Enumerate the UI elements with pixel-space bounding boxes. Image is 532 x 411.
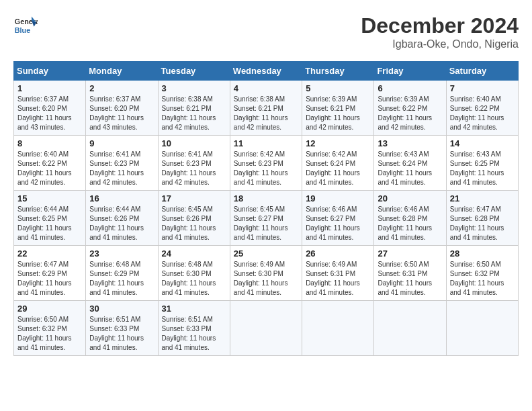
calendar-cell: 15Sunrise: 6:44 AM Sunset: 6:25 PM Dayli… xyxy=(14,191,86,246)
day-number: 18 xyxy=(234,193,298,203)
day-number: 12 xyxy=(306,138,370,148)
day-info: Sunrise: 6:38 AM Sunset: 6:21 PM Dayligh… xyxy=(162,95,226,132)
day-number: 3 xyxy=(162,83,226,93)
calendar-cell: 16Sunrise: 6:44 AM Sunset: 6:26 PM Dayli… xyxy=(86,191,158,246)
weekday-header-monday: Monday xyxy=(86,62,158,81)
day-info: Sunrise: 6:38 AM Sunset: 6:21 PM Dayligh… xyxy=(234,95,298,132)
day-number: 13 xyxy=(378,138,442,148)
day-info: Sunrise: 6:46 AM Sunset: 6:27 PM Dayligh… xyxy=(306,205,370,242)
calendar-cell: 8Sunrise: 6:40 AM Sunset: 6:22 PM Daylig… xyxy=(14,136,86,191)
calendar-table: SundayMondayTuesdayWednesdayThursdayFrid… xyxy=(13,61,519,356)
day-number: 19 xyxy=(306,193,370,203)
calendar-cell: 24Sunrise: 6:48 AM Sunset: 6:30 PM Dayli… xyxy=(158,246,230,301)
calendar-cell: 23Sunrise: 6:48 AM Sunset: 6:29 PM Dayli… xyxy=(86,246,158,301)
day-info: Sunrise: 6:45 AM Sunset: 6:27 PM Dayligh… xyxy=(234,205,298,242)
day-number: 2 xyxy=(89,83,154,93)
calendar-cell: 20Sunrise: 6:46 AM Sunset: 6:28 PM Dayli… xyxy=(374,191,446,246)
day-number: 24 xyxy=(162,248,226,259)
calendar-cell: 3Sunrise: 6:38 AM Sunset: 6:21 PM Daylig… xyxy=(158,81,230,136)
day-info: Sunrise: 6:48 AM Sunset: 6:29 PM Dayligh… xyxy=(89,260,154,298)
day-info: Sunrise: 6:39 AM Sunset: 6:21 PM Dayligh… xyxy=(306,95,370,132)
weekday-header-saturday: Saturday xyxy=(446,62,518,81)
weekday-header-friday: Friday xyxy=(374,62,446,81)
day-info: Sunrise: 6:39 AM Sunset: 6:22 PM Dayligh… xyxy=(378,95,442,132)
calendar-cell xyxy=(230,301,302,356)
calendar-cell: 30Sunrise: 6:51 AM Sunset: 6:33 PM Dayli… xyxy=(86,301,158,356)
day-number: 14 xyxy=(450,138,515,148)
day-number: 27 xyxy=(378,248,442,259)
calendar-cell: 9Sunrise: 6:41 AM Sunset: 6:23 PM Daylig… xyxy=(86,136,158,191)
day-info: Sunrise: 6:40 AM Sunset: 6:22 PM Dayligh… xyxy=(17,150,82,187)
day-number: 28 xyxy=(450,248,515,259)
calendar-cell: 18Sunrise: 6:45 AM Sunset: 6:27 PM Dayli… xyxy=(230,191,302,246)
day-number: 16 xyxy=(89,193,154,203)
day-number: 6 xyxy=(378,83,442,93)
day-info: Sunrise: 6:42 AM Sunset: 6:24 PM Dayligh… xyxy=(306,150,370,187)
day-number: 23 xyxy=(89,248,154,259)
title-block: December 2024 Igbara-Oke, Ondo, Nigeria xyxy=(361,13,519,50)
calendar-cell: 4Sunrise: 6:38 AM Sunset: 6:21 PM Daylig… xyxy=(230,81,302,136)
day-number: 5 xyxy=(306,83,370,93)
calendar-cell xyxy=(302,301,374,356)
calendar-cell: 26Sunrise: 6:49 AM Sunset: 6:31 PM Dayli… xyxy=(302,246,374,301)
day-number: 25 xyxy=(234,248,298,259)
day-number: 1 xyxy=(17,83,82,93)
calendar-cell: 28Sunrise: 6:50 AM Sunset: 6:32 PM Dayli… xyxy=(446,246,518,301)
calendar-cell: 5Sunrise: 6:39 AM Sunset: 6:21 PM Daylig… xyxy=(302,81,374,136)
day-number: 15 xyxy=(17,193,82,203)
day-number: 26 xyxy=(306,248,370,259)
day-info: Sunrise: 6:45 AM Sunset: 6:26 PM Dayligh… xyxy=(162,205,226,242)
calendar-cell: 12Sunrise: 6:42 AM Sunset: 6:24 PM Dayli… xyxy=(302,136,374,191)
calendar-cell: 29Sunrise: 6:50 AM Sunset: 6:32 PM Dayli… xyxy=(14,301,86,356)
day-info: Sunrise: 6:44 AM Sunset: 6:25 PM Dayligh… xyxy=(17,205,82,242)
day-info: Sunrise: 6:47 AM Sunset: 6:29 PM Dayligh… xyxy=(17,260,82,298)
location: Igbara-Oke, Ondo, Nigeria xyxy=(361,38,519,50)
day-number: 4 xyxy=(234,83,298,93)
weekday-header-tuesday: Tuesday xyxy=(158,62,230,81)
calendar-cell: 19Sunrise: 6:46 AM Sunset: 6:27 PM Dayli… xyxy=(302,191,374,246)
day-number: 8 xyxy=(17,138,82,148)
day-info: Sunrise: 6:46 AM Sunset: 6:28 PM Dayligh… xyxy=(378,205,442,242)
calendar-cell: 14Sunrise: 6:43 AM Sunset: 6:25 PM Dayli… xyxy=(446,136,518,191)
logo: General Blue xyxy=(13,13,38,38)
weekday-header-wednesday: Wednesday xyxy=(230,62,302,81)
calendar-cell: 31Sunrise: 6:51 AM Sunset: 6:33 PM Dayli… xyxy=(158,301,230,356)
day-info: Sunrise: 6:41 AM Sunset: 6:23 PM Dayligh… xyxy=(89,150,154,187)
day-info: Sunrise: 6:50 AM Sunset: 6:31 PM Dayligh… xyxy=(378,260,442,298)
day-info: Sunrise: 6:48 AM Sunset: 6:30 PM Dayligh… xyxy=(162,260,226,298)
svg-text:Blue: Blue xyxy=(15,26,30,34)
calendar-cell: 25Sunrise: 6:49 AM Sunset: 6:30 PM Dayli… xyxy=(230,246,302,301)
page-header: General Blue December 2024 Igbara-Oke, O… xyxy=(13,13,519,50)
day-info: Sunrise: 6:37 AM Sunset: 6:20 PM Dayligh… xyxy=(17,95,82,132)
day-info: Sunrise: 6:47 AM Sunset: 6:28 PM Dayligh… xyxy=(450,205,515,242)
calendar-cell: 2Sunrise: 6:37 AM Sunset: 6:20 PM Daylig… xyxy=(86,81,158,136)
calendar-cell xyxy=(446,301,518,356)
day-info: Sunrise: 6:50 AM Sunset: 6:32 PM Dayligh… xyxy=(450,260,515,298)
day-number: 9 xyxy=(89,138,154,148)
day-number: 7 xyxy=(450,83,515,93)
day-info: Sunrise: 6:43 AM Sunset: 6:24 PM Dayligh… xyxy=(378,150,442,187)
day-info: Sunrise: 6:44 AM Sunset: 6:26 PM Dayligh… xyxy=(89,205,154,242)
day-number: 20 xyxy=(378,193,442,203)
calendar-cell xyxy=(374,301,446,356)
day-number: 17 xyxy=(162,193,226,203)
day-number: 11 xyxy=(234,138,298,148)
calendar-cell: 1Sunrise: 6:37 AM Sunset: 6:20 PM Daylig… xyxy=(14,81,86,136)
day-number: 30 xyxy=(89,304,154,314)
calendar-cell: 7Sunrise: 6:40 AM Sunset: 6:22 PM Daylig… xyxy=(446,81,518,136)
weekday-header-thursday: Thursday xyxy=(302,62,374,81)
day-info: Sunrise: 6:51 AM Sunset: 6:33 PM Dayligh… xyxy=(162,315,226,353)
day-info: Sunrise: 6:50 AM Sunset: 6:32 PM Dayligh… xyxy=(17,315,82,353)
day-number: 31 xyxy=(162,304,226,314)
calendar-cell: 27Sunrise: 6:50 AM Sunset: 6:31 PM Dayli… xyxy=(374,246,446,301)
logo-icon: General Blue xyxy=(13,13,38,38)
month-year: December 2024 xyxy=(361,13,519,38)
day-info: Sunrise: 6:49 AM Sunset: 6:31 PM Dayligh… xyxy=(306,260,370,298)
calendar-cell: 13Sunrise: 6:43 AM Sunset: 6:24 PM Dayli… xyxy=(374,136,446,191)
calendar-cell: 6Sunrise: 6:39 AM Sunset: 6:22 PM Daylig… xyxy=(374,81,446,136)
day-info: Sunrise: 6:42 AM Sunset: 6:23 PM Dayligh… xyxy=(234,150,298,187)
calendar-cell: 10Sunrise: 6:41 AM Sunset: 6:23 PM Dayli… xyxy=(158,136,230,191)
day-number: 21 xyxy=(450,193,515,203)
day-info: Sunrise: 6:41 AM Sunset: 6:23 PM Dayligh… xyxy=(162,150,226,187)
day-info: Sunrise: 6:40 AM Sunset: 6:22 PM Dayligh… xyxy=(450,95,515,132)
